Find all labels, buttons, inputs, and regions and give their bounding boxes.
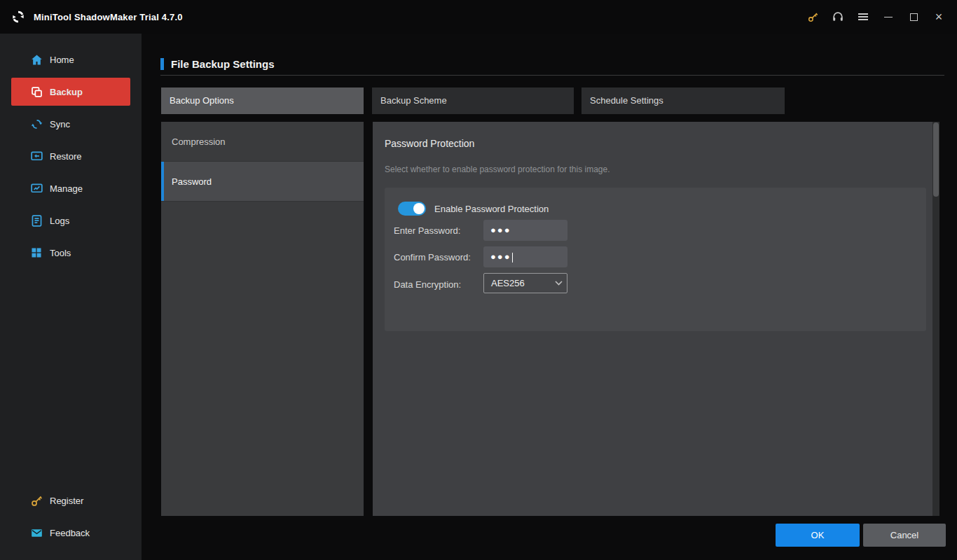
panel-subtitle: Select whether to enable password protec… <box>385 164 610 174</box>
sidebar-item-label: Register <box>50 496 83 506</box>
header-divider <box>160 75 944 76</box>
data-encryption-select[interactable]: AES256 <box>483 273 567 293</box>
toggle-label: Enable Password Protection <box>434 204 549 214</box>
hamburger-icon <box>858 13 868 20</box>
sidebar-item-manage[interactable]: Manage <box>0 172 142 204</box>
ok-button[interactable]: OK <box>776 524 860 547</box>
sidebar-item-label: Backup <box>50 87 83 97</box>
sidebar-nav: Home Backup <box>0 34 142 269</box>
sidebar-item-sync[interactable]: Sync <box>0 108 142 140</box>
panel-scrollbar[interactable] <box>932 122 939 516</box>
backup-icon <box>29 85 43 99</box>
options-subnav: Compression Password <box>161 122 364 516</box>
sidebar-item-label: Tools <box>50 248 71 258</box>
sidebar-item-label: Sync <box>50 119 70 130</box>
support-headset-icon[interactable] <box>825 0 851 34</box>
sidebar-item-register[interactable]: Register <box>0 484 142 517</box>
selected-indicator <box>161 162 164 201</box>
text-cursor <box>512 253 513 262</box>
app-title: MiniTool ShadowMaker Trial 4.7.0 <box>34 12 183 22</box>
sync-icon <box>29 117 43 131</box>
toggle-knob <box>413 203 425 214</box>
register-key-icon <box>29 493 43 507</box>
maximize-icon <box>910 13 918 21</box>
sidebar-item-backup[interactable]: Backup <box>11 78 130 106</box>
sidebar-item-home[interactable]: Home <box>0 43 142 76</box>
titlebar-actions: × <box>800 0 951 34</box>
option-label: Compression <box>172 136 226 147</box>
sidebar-bottom: Register Feedback <box>0 484 142 549</box>
maximize-button[interactable] <box>901 0 926 34</box>
confirm-password-input[interactable]: ●●● <box>483 246 567 267</box>
confirm-password-label: Confirm Password: <box>394 252 471 262</box>
page-title: File Backup Settings <box>171 58 275 70</box>
selected-encryption-value: AES256 <box>491 274 525 293</box>
sidebar-item-restore[interactable]: Restore <box>0 140 142 172</box>
sidebar-item-feedback[interactable]: Feedback <box>0 517 142 549</box>
page-header: File Backup Settings <box>160 57 275 71</box>
home-icon <box>29 52 43 66</box>
tab-backup-options[interactable]: Backup Options <box>161 88 364 114</box>
masked-password-value: ●●● <box>490 251 511 262</box>
option-compression[interactable]: Compression <box>161 122 364 162</box>
menu-icon[interactable] <box>851 0 876 34</box>
option-label: Password <box>172 176 212 187</box>
enter-password-input[interactable]: ●●● <box>483 220 567 241</box>
sidebar-item-label: Feedback <box>50 528 90 538</box>
option-password[interactable]: Password <box>161 162 364 202</box>
password-settings-panel: Password Protection Select whether to en… <box>373 122 932 516</box>
minimize-icon <box>884 17 893 18</box>
minimize-button[interactable] <box>876 0 901 34</box>
sidebar-item-logs[interactable]: Logs <box>0 204 142 237</box>
license-key-icon[interactable] <box>800 0 825 34</box>
panel-title: Password Protection <box>385 138 474 149</box>
cancel-button[interactable]: Cancel <box>863 524 946 547</box>
close-button[interactable]: × <box>926 0 951 34</box>
title-accent-bar <box>160 58 164 70</box>
sidebar-item-label: Manage <box>50 183 83 194</box>
data-encryption-label: Data Encryption: <box>394 279 461 290</box>
tab-schedule-settings[interactable]: Schedule Settings <box>581 88 785 114</box>
sidebar-item-label: Restore <box>50 151 82 162</box>
tools-icon <box>29 246 43 260</box>
tab-backup-scheme[interactable]: Backup Scheme <box>372 88 574 114</box>
password-card: Enable Password Protection Enter Passwor… <box>385 188 926 331</box>
app-window: MiniTool ShadowMaker Trial 4.7.0 × <box>0 0 957 560</box>
sidebar-item-label: Logs <box>50 216 69 226</box>
scrollbar-thumb[interactable] <box>933 122 939 197</box>
enter-password-label: Enter Password: <box>394 225 460 236</box>
logs-icon <box>29 214 43 227</box>
feedback-envelope-icon <box>29 526 43 540</box>
manage-icon <box>29 181 43 195</box>
masked-password-value: ●●● <box>490 225 511 235</box>
restore-icon <box>29 149 43 163</box>
sidebar-item-label: Home <box>50 55 74 65</box>
app-logo-icon <box>10 8 27 25</box>
sidebar-item-tools[interactable]: Tools <box>0 237 142 269</box>
chevron-down-icon <box>550 274 567 293</box>
enable-password-toggle[interactable] <box>398 202 426 216</box>
sidebar: Home Backup <box>0 34 142 560</box>
titlebar: MiniTool ShadowMaker Trial 4.7.0 × <box>0 0 957 34</box>
